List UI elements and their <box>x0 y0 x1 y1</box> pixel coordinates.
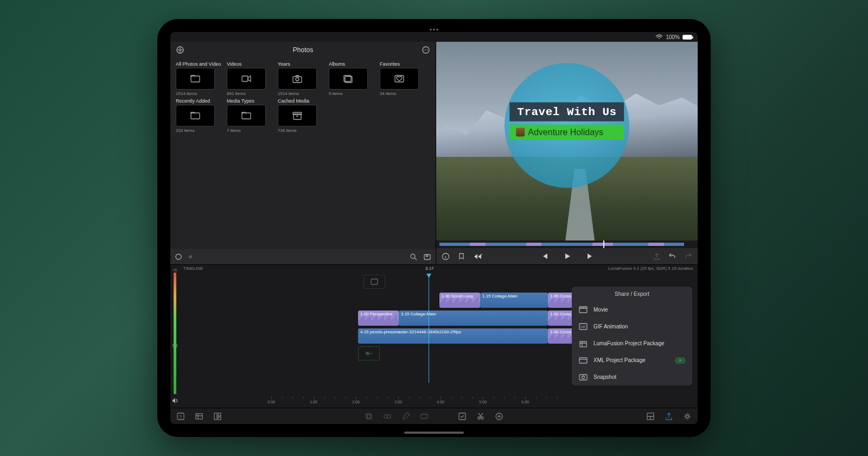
drop-zone[interactable] <box>363 275 385 289</box>
undo-icon[interactable] <box>668 252 676 261</box>
media-item[interactable]: Cached Media736 items <box>278 98 323 133</box>
svg-rect-32 <box>579 375 587 380</box>
media-title: Photos <box>184 46 422 54</box>
svg-point-5 <box>427 49 428 50</box>
svg-rect-31 <box>579 358 587 363</box>
tool-add-icon[interactable] <box>494 411 504 421</box>
clip[interactable]: 1.00 Perspective <box>358 311 399 326</box>
wifi-icon <box>655 34 663 40</box>
media-header: Photos <box>170 42 436 58</box>
source-icon[interactable] <box>176 46 184 54</box>
export-item[interactable]: Snapshot <box>572 369 692 385</box>
status-bar: 100% <box>170 32 698 42</box>
preview-scrubber[interactable] <box>436 240 698 248</box>
svg-rect-7 <box>242 76 248 81</box>
svg-rect-14 <box>242 113 251 119</box>
help-icon[interactable]: ? <box>176 411 186 421</box>
layout-view-icon[interactable] <box>646 411 655 421</box>
layout-icon[interactable] <box>213 411 222 421</box>
battery-icon <box>682 35 692 40</box>
next-icon[interactable] <box>586 252 594 260</box>
export-title: Share / Export <box>572 287 692 301</box>
media-bottombar <box>170 249 436 264</box>
export-icon[interactable] <box>664 411 674 421</box>
svg-text:?: ? <box>179 414 182 420</box>
playhead[interactable] <box>429 275 429 383</box>
audio-meter: +0 <box>170 265 179 408</box>
battery-pct: 100% <box>666 34 680 40</box>
svg-rect-37 <box>214 413 217 420</box>
export-item[interactable]: Movie <box>572 301 692 318</box>
media-item[interactable]: Videos891 items <box>227 61 272 96</box>
svg-point-18 <box>189 255 192 258</box>
export-item[interactable]: GIFGIF Animation <box>572 318 692 335</box>
svg-rect-39 <box>218 417 221 420</box>
time-ruler[interactable]: 0.001.002.003.004.005.006.00 <box>266 397 698 408</box>
svg-rect-43 <box>387 415 391 418</box>
bottom-toolbar: ? <box>170 408 698 424</box>
more-icon[interactable] <box>422 46 430 54</box>
clip[interactable]: 1.15 Collage-Main <box>480 293 548 308</box>
tablet-frame: 100% Photos All Photos and Videos1514 it… <box>157 19 711 437</box>
tool-link-icon[interactable] <box>382 411 392 421</box>
preview-panel: Travel With Us Adventure Holidays <box>436 42 698 264</box>
dot-icon[interactable] <box>188 254 193 259</box>
svg-point-9 <box>296 78 299 81</box>
audio-drop-zone[interactable] <box>358 346 380 360</box>
tool-copy-icon[interactable] <box>364 411 374 421</box>
media-item[interactable]: All Photos and Videos1514 items <box>176 61 221 96</box>
overlay-line2: Adventure Holidays <box>509 125 624 140</box>
svg-point-33 <box>582 376 585 379</box>
timeline-label: TIMELINE <box>183 266 203 274</box>
redo-icon[interactable] <box>684 252 692 261</box>
tool-edit-icon[interactable] <box>401 411 411 421</box>
svg-rect-45 <box>459 413 465 420</box>
import-icon[interactable] <box>423 253 431 261</box>
export-item[interactable]: XML Project Package+ <box>572 352 692 369</box>
timeline: TIMELINE 3.17 LumaFusion 4.1 (25 fps, SD… <box>179 265 698 408</box>
media-item[interactable]: Media Types7 items <box>227 98 272 133</box>
svg-rect-40 <box>366 414 371 418</box>
media-grid: All Photos and Videos1514 itemsVideos891… <box>170 58 436 136</box>
project-info: LumaFusion 4.1 (25 fps, SDR) 5.15 durati… <box>608 266 693 274</box>
svg-text:GIF: GIF <box>580 325 586 328</box>
svg-point-50 <box>686 415 689 417</box>
app-screen: 100% Photos All Photos and Videos1514 it… <box>170 32 698 424</box>
tool-select-icon[interactable] <box>457 411 467 421</box>
info-icon[interactable] <box>442 252 450 261</box>
search-icon[interactable] <box>410 253 418 261</box>
svg-point-3 <box>424 49 425 50</box>
title-overlay: Travel With Us Adventure Holidays <box>509 103 624 140</box>
svg-point-4 <box>425 49 426 50</box>
export-panel: Share / Export MovieGIFGIF AnimationLuma… <box>572 287 692 385</box>
projects-icon[interactable] <box>194 411 204 421</box>
clip[interactable]: 3.15 Collage-Main <box>399 311 548 326</box>
svg-point-19 <box>411 254 415 258</box>
playhead-time: 3.17 <box>425 266 434 271</box>
settings-icon[interactable] <box>682 411 692 421</box>
play-icon[interactable] <box>564 252 571 260</box>
media-item[interactable]: Albums9 items <box>329 61 374 96</box>
rewind-icon[interactable]: + <box>473 252 482 261</box>
svg-rect-41 <box>367 415 372 419</box>
preview-video[interactable]: Travel With Us Adventure Holidays <box>436 42 698 240</box>
share-icon[interactable] <box>653 252 661 261</box>
svg-rect-36 <box>196 414 202 419</box>
clip[interactable]: 4.15 pexels-pressmaster-3214448-3840x216… <box>358 328 548 344</box>
svg-rect-42 <box>384 415 387 418</box>
svg-point-17 <box>176 254 181 259</box>
marker-icon[interactable] <box>457 252 465 261</box>
media-item[interactable]: Favorites34 items <box>380 61 425 96</box>
boot-icon <box>516 128 525 137</box>
media-item[interactable]: Years1514 items <box>278 61 323 96</box>
overlay-line1: Travel With Us <box>509 103 624 122</box>
clip[interactable]: 1.00 Scroll Long <box>439 293 480 308</box>
svg-rect-44 <box>421 414 427 419</box>
prev-icon[interactable] <box>541 252 548 260</box>
export-item[interactable]: LumaFusion Project Package <box>572 335 692 352</box>
tool-preset-icon[interactable] <box>419 411 429 421</box>
speaker-icon[interactable] <box>171 397 179 404</box>
link-icon[interactable] <box>175 253 182 261</box>
media-item[interactable]: Recently Added203 items <box>176 98 221 133</box>
tool-cut-icon[interactable] <box>476 411 486 421</box>
